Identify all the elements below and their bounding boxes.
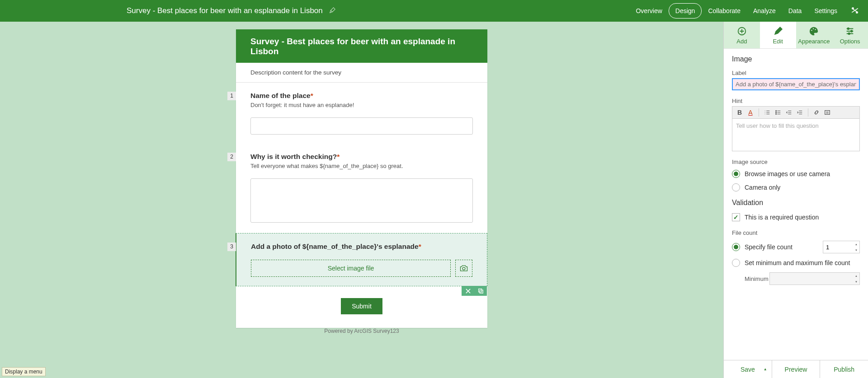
section-image-heading: Image: [732, 55, 860, 63]
required-asterisk: *: [311, 92, 313, 99]
field-image-source: Image source Browse images or use camera…: [732, 159, 860, 191]
checkbox-required[interactable]: ✓ This is a required question: [732, 213, 860, 221]
bold-button[interactable]: B: [735, 108, 744, 117]
question-hint: Don't forget: it must have an esplanade!: [250, 102, 473, 108]
section-validation-heading: Validation: [732, 199, 860, 207]
submit-button[interactable]: Submit: [341, 298, 382, 314]
tab-edit[interactable]: Edit: [760, 22, 796, 48]
question-label-text: Why is it worth checking?: [250, 153, 337, 160]
question-2[interactable]: 2 Why is it worth checking?* Tell everyo…: [236, 144, 487, 233]
radio-label: Camera only: [745, 184, 780, 191]
form-description[interactable]: Description content for the survey: [236, 63, 487, 83]
tab-options[interactable]: Options: [832, 22, 868, 48]
svg-point-6: [811, 30, 812, 31]
edit-icon: [773, 26, 783, 36]
svg-point-7: [813, 28, 814, 29]
delete-question-button[interactable]: [462, 286, 474, 296]
survey-title: Survey - Best places for beer with an es…: [127, 6, 323, 15]
hint-editor[interactable]: Tell user how to fill this question: [732, 119, 860, 151]
radio-icon: [732, 183, 740, 191]
tab-label: Appearance: [798, 38, 830, 45]
textarea-input[interactable]: [250, 178, 473, 223]
font-color-button[interactable]: A: [746, 108, 755, 117]
svg-point-11: [848, 33, 850, 35]
tab-label: Add: [736, 38, 747, 45]
duplicate-question-button[interactable]: [474, 286, 487, 296]
hint-toolbar: B A: [732, 106, 860, 119]
spinner[interactable]: ▲▼: [853, 273, 859, 285]
svg-rect-4: [480, 290, 483, 293]
tools-icon[interactable]: [851, 6, 859, 16]
radio-min-max[interactable]: Set minimum and maximum file count: [732, 259, 860, 267]
source-button[interactable]: [823, 108, 832, 117]
question-3-selected[interactable]: 3 Add a photo of ${name_of_the_place}'s …: [236, 233, 487, 286]
save-button[interactable]: Save ▲: [724, 360, 772, 378]
close-icon: [465, 288, 471, 294]
separator: [759, 108, 759, 117]
text-input[interactable]: [250, 117, 473, 135]
tab-label: Edit: [773, 38, 783, 45]
ordered-list-button[interactable]: [763, 108, 772, 117]
button-label: Save: [741, 366, 755, 373]
radio-camera-only[interactable]: Camera only: [732, 183, 860, 191]
preview-button[interactable]: Preview: [772, 360, 821, 378]
edit-title-icon[interactable]: [329, 7, 335, 15]
image-picker: Select image file: [251, 260, 472, 277]
nav-overview[interactable]: Overview: [629, 4, 668, 18]
status-tooltip: Display a menu: [2, 367, 46, 376]
required-asterisk: *: [419, 243, 421, 250]
workspace: Survey - Best places for beer with an es…: [0, 22, 868, 378]
svg-point-8: [815, 29, 816, 30]
nav-data[interactable]: Data: [782, 4, 808, 18]
field-hint: Hint B A: [732, 98, 860, 151]
select-image-button[interactable]: Select image file: [251, 260, 451, 277]
unordered-list-button[interactable]: [774, 108, 783, 117]
indent-button[interactable]: [795, 108, 804, 117]
question-label: Why is it worth checking?*: [250, 153, 473, 161]
checkbox-icon: ✓: [732, 213, 740, 221]
right-panel: Add Edit Appearance Options Image Label: [723, 22, 868, 378]
radio-icon: [732, 243, 740, 251]
svg-point-10: [851, 30, 853, 32]
radio-label: Set minimum and maximum file count: [745, 259, 850, 266]
question-1[interactable]: 1 Name of the place* Don't forget: it mu…: [236, 83, 487, 144]
tab-add[interactable]: Add: [724, 22, 760, 48]
question-label-text: Name of the place: [250, 92, 311, 99]
nav-analyze[interactable]: Analyze: [747, 4, 782, 18]
tab-appearance[interactable]: Appearance: [796, 22, 832, 48]
svg-point-13: [776, 112, 777, 113]
label-input[interactable]: [732, 78, 860, 90]
publish-button[interactable]: Publish: [820, 360, 868, 378]
required-asterisk: *: [337, 153, 340, 160]
palette-icon: [809, 26, 819, 36]
svg-point-9: [848, 28, 849, 30]
panel-tabs: Add Edit Appearance Options: [724, 22, 868, 49]
form-title[interactable]: Survey - Best places for beer with an es…: [236, 29, 487, 63]
svg-point-1: [856, 11, 858, 13]
bottom-actions: Save ▲ Preview Publish: [724, 360, 868, 378]
checkbox-label: This is a required question: [745, 214, 819, 221]
nav-settings[interactable]: Settings: [808, 4, 844, 18]
button-label: Preview: [785, 366, 807, 373]
minimum-input[interactable]: [769, 272, 860, 285]
submit-row: Submit: [236, 286, 487, 328]
spinner[interactable]: ▲▼: [853, 241, 859, 253]
minimum-label: Minimum: [745, 275, 769, 282]
svg-point-2: [462, 267, 465, 270]
camera-button[interactable]: [455, 260, 472, 277]
svg-rect-3: [479, 289, 482, 292]
powered-by: Powered by ArcGIS Survey123: [236, 328, 487, 338]
radio-label: Specify file count: [745, 243, 793, 251]
link-button[interactable]: [812, 108, 821, 117]
radio-browse-or-camera[interactable]: Browse images or use camera: [732, 170, 860, 178]
form-container: Survey - Best places for beer with an es…: [236, 29, 487, 328]
radio-specify-count[interactable]: Specify file count ▲▼: [732, 241, 860, 253]
svg-rect-15: [825, 111, 830, 115]
outdent-button[interactable]: [784, 108, 793, 117]
question-number: 2: [227, 153, 236, 161]
radio-icon: [732, 259, 740, 267]
nav-design[interactable]: Design: [669, 3, 702, 19]
nav-collaborate[interactable]: Collaborate: [702, 4, 747, 18]
tab-label: Options: [840, 38, 860, 45]
radio-label: Browse images or use camera: [745, 170, 830, 177]
